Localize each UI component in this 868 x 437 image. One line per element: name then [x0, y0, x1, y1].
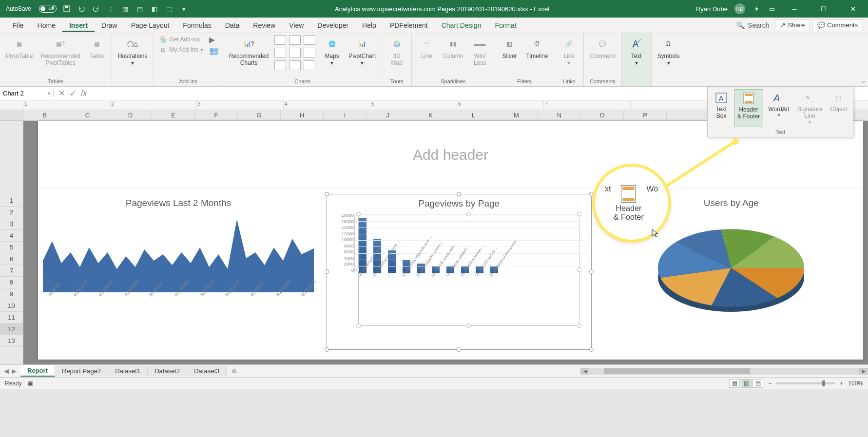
sheet-tab-dataset1[interactable]: Dataset1 — [108, 366, 148, 376]
col-header[interactable]: G — [238, 110, 281, 120]
pie-chart-icon[interactable] — [304, 35, 315, 45]
col-header[interactable]: M — [495, 110, 538, 120]
select-all-corner[interactable] — [0, 110, 23, 120]
row-header[interactable]: 11 — [0, 312, 23, 323]
col-header[interactable]: H — [281, 110, 324, 120]
row-header[interactable]: 2 — [0, 207, 23, 218]
page-layout-view-button[interactable]: ▥ — [741, 379, 752, 388]
resize-handle[interactable] — [325, 192, 329, 196]
scroll-left-icon[interactable]: ◀ — [580, 368, 589, 375]
sheet-tab-report-page2[interactable]: Report Page2 — [55, 366, 108, 376]
ribbon-collapse-icon[interactable]: ⌵ — [862, 78, 865, 84]
row-header[interactable]: 9 — [0, 288, 23, 300]
save-icon[interactable] — [62, 4, 71, 13]
col-header[interactable]: F — [195, 110, 238, 120]
pivottable-button[interactable]: ▦PivotTable — [4, 35, 35, 60]
qat-icon-1[interactable]: ⋮ — [106, 4, 115, 13]
macro-record-icon[interactable]: ▣ — [28, 380, 33, 387]
tab-pdfelement[interactable]: PDFelement — [383, 19, 435, 32]
symbols-button[interactable]: ΩSymbols▾ — [656, 35, 682, 68]
tab-help[interactable]: Help — [355, 19, 383, 32]
tab-file[interactable]: File — [6, 19, 31, 32]
resize-handle[interactable] — [325, 347, 329, 352]
minimize-button[interactable]: ─ — [783, 0, 806, 18]
zoom-out-button[interactable]: − — [768, 380, 772, 387]
recommended-charts-button[interactable]: 📊?Recommended Charts — [227, 35, 270, 68]
scroll-thumb[interactable] — [604, 368, 750, 374]
row-header[interactable]: 1 — [0, 195, 23, 207]
stock-chart-icon[interactable] — [289, 60, 301, 70]
tab-home[interactable]: Home — [31, 19, 62, 32]
chart-type-gallery[interactable] — [274, 35, 317, 72]
col-header[interactable]: L — [452, 110, 495, 120]
add-sheet-button[interactable]: ⊕ — [227, 367, 242, 375]
maps-button[interactable]: 🌐Maps▾ — [321, 35, 343, 68]
chart-pageviews-last-2-months[interactable]: Pageviews Last 2 Months 4/8/20194/15/201… — [38, 194, 319, 350]
sheet-tab-dataset3[interactable]: Dataset3 — [187, 366, 227, 376]
fx-icon[interactable]: fx — [81, 89, 87, 98]
row-header[interactable]: 4 — [0, 230, 23, 242]
row-header[interactable]: 3 — [0, 218, 23, 230]
sparkline-line-button[interactable]: 〰Line — [416, 35, 437, 60]
undo-icon[interactable] — [77, 4, 86, 13]
qat-icon-5[interactable]: ⬚ — [165, 4, 174, 13]
col-header[interactable]: D — [109, 110, 152, 120]
line-chart-icon[interactable] — [289, 35, 301, 45]
row-header[interactable]: 7 — [0, 265, 23, 277]
recommended-pivottables-button[interactable]: ▦?Recommended PivotTables — [39, 35, 82, 68]
3d-map-button[interactable]: 🌍3D Map — [386, 35, 407, 68]
qat-icon-3[interactable]: ▤ — [135, 4, 144, 13]
search-box[interactable]: 🔍 Search — [733, 20, 773, 30]
bar-chart-icon[interactable] — [274, 48, 286, 57]
object-button[interactable]: ⬚Object — [827, 89, 850, 127]
pivotchart-button[interactable]: 📊PivotChart▾ — [347, 35, 378, 68]
row-header[interactable]: 8 — [0, 277, 23, 288]
slicer-button[interactable]: ▥Slicer — [499, 35, 521, 60]
sparkline-column-button[interactable]: ▮▮Column — [441, 35, 465, 60]
tab-page-layout[interactable]: Page Layout — [124, 19, 176, 32]
zoom-level[interactable]: 100% — [848, 380, 863, 387]
coming-soon-icon[interactable]: ✦ — [752, 4, 761, 13]
tab-draw[interactable]: Draw — [95, 19, 124, 32]
col-header[interactable]: C — [66, 110, 109, 120]
tab-formulas[interactable]: Formulas — [176, 19, 218, 32]
link-button[interactable]: 🔗Link▾ — [558, 35, 579, 68]
header-footer-button[interactable]: Header & Footer — [734, 89, 763, 127]
ribbon-options-icon[interactable]: ▭ — [768, 4, 776, 13]
zoom-slider[interactable] — [776, 382, 835, 384]
chart-pageviews-by-page[interactable]: Pageviews by Page 1 — [327, 194, 592, 350]
resize-handle[interactable] — [457, 347, 461, 352]
col-header[interactable]: N — [538, 110, 581, 120]
sheet-tab-report[interactable]: Report — [20, 365, 55, 377]
row-header[interactable]: 5 — [0, 242, 23, 253]
tab-chart-design[interactable]: Chart Design — [435, 19, 488, 32]
row-header[interactable]: 13 — [0, 335, 23, 347]
horizontal-scrollbar[interactable]: ◀ ▶ — [580, 367, 868, 375]
my-addins-button[interactable]: ⊞My Add-ins ▾ — [157, 45, 205, 54]
maximize-button[interactable]: ☐ — [812, 0, 835, 18]
table-button[interactable]: ▦Table — [86, 35, 108, 60]
page-break-view-button[interactable]: ▤ — [752, 379, 763, 388]
combo-chart-icon[interactable] — [304, 60, 315, 70]
qat-more-icon[interactable]: ▾ — [179, 4, 188, 13]
tab-data[interactable]: Data — [218, 19, 247, 32]
row-header[interactable]: 10 — [0, 300, 23, 312]
col-header[interactable]: P — [624, 110, 667, 120]
tab-insert[interactable]: Insert — [62, 19, 95, 32]
resize-handle[interactable] — [457, 192, 461, 196]
comment-button[interactable]: 💬Comment — [588, 35, 617, 60]
name-box[interactable]: Chart 2▾ — [0, 90, 54, 97]
sheet-tab-dataset2[interactable]: Dataset2 — [148, 366, 187, 376]
close-button[interactable]: ✕ — [842, 0, 864, 18]
comments-button[interactable]: 💬 Comments — [812, 19, 863, 31]
sheet-nav-prev-icon[interactable]: ◀ — [4, 367, 9, 375]
signature-line-button[interactable]: ✎_Signature Line▾ — [794, 89, 825, 127]
user-avatar[interactable]: RD — [734, 3, 745, 14]
sparkline-winloss-button[interactable]: ▬▬Win/ Loss — [469, 35, 491, 68]
col-header[interactable]: K — [409, 110, 452, 120]
col-header[interactable]: B — [23, 110, 66, 120]
autosave-toggle[interactable]: Off — [39, 5, 57, 13]
row-headers[interactable]: 1 2 3 4 5 6 7 8 9 10 11 12 13 — [0, 121, 23, 364]
textbox-button[interactable]: AText Box — [711, 89, 732, 127]
column-chart-icon[interactable] — [274, 35, 286, 45]
